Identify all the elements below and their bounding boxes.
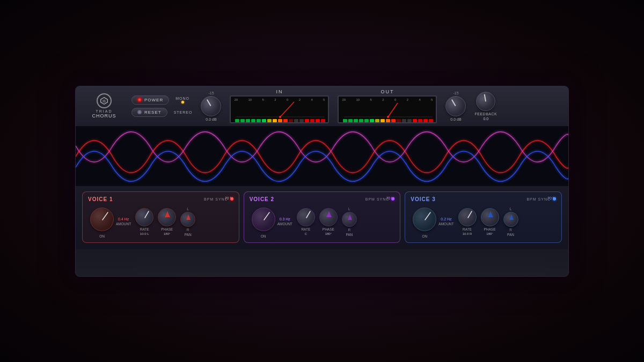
out-vu-meter: 2010520245 [338, 95, 437, 123]
voice-3-phase-value: 180° [486, 232, 493, 235]
svg-rect-12 [273, 119, 277, 122]
svg-rect-30 [370, 119, 374, 122]
voice-3-needle-svg [413, 208, 437, 232]
svg-marker-49 [348, 215, 352, 220]
voice-1-phase-value: 180° [164, 232, 170, 235]
svg-rect-26 [348, 119, 353, 122]
feedback-knob[interactable] [476, 92, 495, 111]
feedback-label: FEEDBACK [474, 112, 497, 116]
voice-3-title: VOICE 3 [411, 196, 435, 202]
in-level-knob[interactable] [201, 96, 221, 116]
svg-rect-40 [423, 119, 428, 122]
voice-2-phase-knob[interactable] [319, 208, 338, 226]
voice-3-rate-needle [459, 209, 477, 227]
brand-label: TRIAD [96, 109, 113, 113]
voice-3-on-group: ON [411, 205, 438, 238]
reflection [76, 249, 568, 276]
voice-2-phase-value: 180° [325, 232, 332, 235]
voice-2-pan-l: L [348, 207, 350, 211]
voice-3-on-label: ON [422, 234, 427, 238]
voices-panel: VOICE 1 BPM SYNC 70 % [76, 186, 568, 249]
in-vu-group: IN 2010520245 [230, 89, 329, 123]
svg-rect-7 [246, 119, 250, 122]
voice-2-bpm-value: C [305, 232, 307, 235]
plugin-container: IB TRIAD CHORUS POWER MONO [75, 86, 569, 277]
voice-1-pan-knob[interactable] [180, 212, 195, 227]
in-label: IN [276, 89, 283, 94]
svg-text:IB: IB [103, 99, 106, 103]
voice-2-percent: 70 % [386, 196, 394, 200]
voice-1-phase-group: PHASE 180° [158, 208, 176, 235]
voice-1-rate-value: 0.4 Hz [118, 217, 129, 221]
power-label: POWER [144, 98, 163, 102]
out-label: OUT [380, 89, 394, 94]
logo-section: IB TRIAD CHORUS [85, 93, 123, 119]
voice-1-pan-label: PAN [185, 233, 192, 237]
svg-rect-25 [343, 119, 347, 122]
voice-2-amount-label: AMOUNT [277, 222, 292, 226]
mono-stereo-group: MONO [175, 97, 189, 104]
voice-1-rate-group: RATE 10.0 L [135, 208, 153, 235]
voice-3-rate-group: RATE 10.0 R [458, 208, 477, 235]
voice-1-phase-label: PHASE [161, 227, 173, 231]
power-button[interactable]: POWER [131, 95, 169, 105]
voice-3-pan-group: L R PAN [503, 207, 518, 237]
voice-3-phase-group: PHASE 180° [481, 208, 499, 235]
in-vu-meter: 2010520245 [230, 95, 329, 123]
voice-1-rate-knob[interactable] [135, 208, 153, 226]
voice-3-rate-knob[interactable] [458, 208, 477, 226]
voice-2-pan-knob[interactable] [342, 212, 357, 227]
svg-line-50 [425, 212, 430, 220]
svg-rect-28 [359, 119, 363, 122]
voice-3-amount-group: 0.2 Hz AMOUNT [438, 217, 453, 226]
out-level-knob[interactable] [445, 96, 466, 116]
voice-2-needle-svg [252, 208, 276, 232]
voice-1-amount-knob[interactable] [90, 208, 114, 231]
svg-marker-48 [326, 211, 332, 217]
voice-2-controls: ON 0.3 Hz AMOUNT RATE C [250, 205, 395, 238]
voice-3-phase-knob[interactable] [481, 208, 499, 226]
svg-line-51 [468, 211, 472, 218]
reset-button[interactable]: RESET [131, 108, 167, 117]
reset-label: RESET [144, 110, 162, 115]
waveform-panel [76, 127, 568, 186]
svg-rect-37 [407, 119, 412, 122]
out-db-value: 0.0 dB [450, 117, 461, 121]
voice-3-pan-knob[interactable] [503, 212, 518, 227]
voice-3-bpm-value: 10.0 R [463, 232, 472, 235]
svg-rect-13 [278, 119, 282, 122]
svg-rect-17 [299, 119, 304, 122]
voice-3-pan-label: PAN [507, 233, 514, 237]
voice-3-amount-knob[interactable] [413, 208, 436, 231]
svg-marker-44 [165, 211, 170, 217]
voice-3-amount-label: AMOUNT [438, 222, 453, 226]
svg-rect-38 [413, 119, 417, 122]
voice-1-title: VOICE 1 [88, 196, 113, 202]
power-indicator [137, 98, 142, 102]
voice-2-pan-r: R [348, 228, 350, 232]
waveform-svg [76, 127, 568, 186]
voice-2-rate-knob[interactable] [297, 208, 315, 226]
svg-rect-6 [240, 119, 245, 122]
voice-2-amount-knob[interactable] [252, 208, 275, 231]
voice-3-controls: ON 0.2 Hz AMOUNT RATE 10.0 R [411, 205, 556, 238]
voice-3-phase-label: PHASE [484, 227, 495, 231]
reset-indicator [137, 110, 142, 114]
voice-2-phase-needle [320, 209, 338, 227]
svg-marker-45 [186, 215, 191, 220]
out-knob-group: -15 0.0 dB [445, 91, 466, 121]
svg-line-43 [145, 211, 149, 218]
svg-line-3 [280, 102, 294, 117]
voice-2-on-group: ON [250, 205, 277, 238]
voice-1-needle-svg [91, 208, 114, 232]
voice-2-rate-label: RATE [301, 227, 310, 231]
svg-rect-14 [283, 119, 288, 122]
svg-rect-36 [402, 119, 406, 122]
voice-1-pan-r: R [187, 228, 189, 232]
feedback-value: 0.0 [483, 117, 488, 121]
voice-1-phase-knob[interactable] [158, 208, 176, 226]
svg-rect-29 [364, 119, 369, 122]
voice-3-pan-l: L [510, 207, 512, 211]
svg-marker-53 [509, 215, 514, 220]
voice-2-rate-value: 0.3 Hz [280, 217, 290, 221]
